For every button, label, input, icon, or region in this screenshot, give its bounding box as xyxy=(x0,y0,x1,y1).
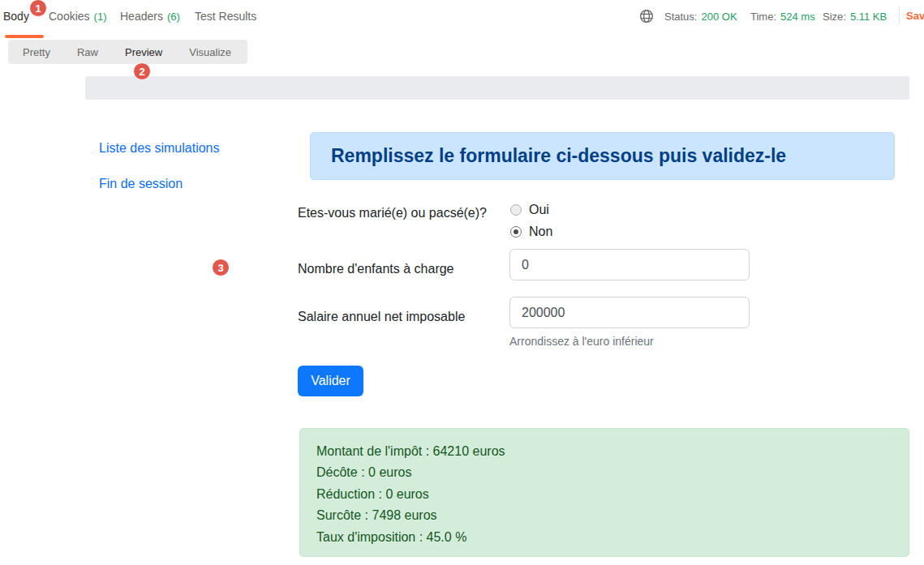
response-size: Size:5.11 KB xyxy=(823,11,887,23)
form-heading-banner: Remplissez le formulaire ci-dessous puis… xyxy=(310,132,895,180)
divider xyxy=(899,6,900,24)
tab-cookies-count: (1) xyxy=(94,11,107,23)
form-heading-text: Remplissez le formulaire ci-dessous puis… xyxy=(331,145,786,167)
response-status: Status:200 OK xyxy=(664,11,737,23)
preview-page-header-bar xyxy=(85,76,909,100)
valider-button[interactable]: Valider xyxy=(298,366,363,396)
tab-headers-label: Headers xyxy=(120,10,163,23)
link-liste-des-simulations[interactable]: Liste des simulations xyxy=(99,141,220,156)
tab-cookies[interactable]: Cookies(1) xyxy=(49,10,106,23)
view-tab-preview[interactable]: Preview xyxy=(125,46,162,58)
view-tab-raw[interactable]: Raw xyxy=(77,46,98,58)
result-line-montant: Montant de l'impôt : 64210 euros xyxy=(316,441,892,462)
tab-cookies-label: Cookies xyxy=(49,10,90,23)
size-label: Size: xyxy=(823,11,846,23)
children-count-label: Nombre d'enfants à charge xyxy=(298,258,501,280)
postman-response-panel: Body Cookies(1) Headers(6) Test Results … xyxy=(0,0,924,565)
response-time: Time:524 ms xyxy=(750,11,815,23)
time-label: Time: xyxy=(750,11,776,23)
tab-headers[interactable]: Headers(6) xyxy=(120,10,180,23)
annotation-badge-2: 2 xyxy=(133,62,151,80)
body-view-tab-bar: Pretty Raw Preview Visualize xyxy=(8,40,247,64)
salary-label: Salaire annuel net imposable xyxy=(298,306,501,327)
response-tab-bar: Body Cookies(1) Headers(6) Test Results … xyxy=(0,0,924,36)
tab-body-label: Body xyxy=(3,10,29,23)
view-tab-visualize[interactable]: Visualize xyxy=(189,46,231,58)
tab-test-results[interactable]: Test Results xyxy=(195,10,256,23)
radio-oui-label: Oui xyxy=(529,203,549,217)
salary-input[interactable] xyxy=(509,297,750,328)
radio-oui-circle-icon[interactable] xyxy=(510,204,522,216)
globe-icon[interactable] xyxy=(639,9,654,24)
status-value[interactable]: 200 OK xyxy=(701,11,737,23)
tax-results-box: Montant de l'impôt : 64210 euros Décôte … xyxy=(299,428,909,557)
radio-non[interactable]: Non xyxy=(510,225,552,239)
view-tab-pretty[interactable]: Pretty xyxy=(23,46,50,58)
link-fin-de-session[interactable]: Fin de session xyxy=(99,177,183,191)
tab-headers-count: (6) xyxy=(167,11,180,23)
radio-non-label: Non xyxy=(529,225,552,239)
result-line-decote: Décôte : 0 euros xyxy=(316,462,892,483)
radio-non-circle-icon[interactable] xyxy=(510,226,522,238)
annotation-badge-3: 3 xyxy=(212,259,230,276)
salary-help-text: Arrondissez à l'euro inférieur xyxy=(509,335,654,348)
status-label: Status: xyxy=(664,11,697,23)
active-tab-underline xyxy=(5,35,44,38)
annotation-badge-1: 1 xyxy=(29,0,47,17)
size-value[interactable]: 5.11 KB xyxy=(850,11,887,23)
children-count-input[interactable] xyxy=(509,249,750,280)
save-response-button[interactable]: Sav xyxy=(906,10,924,22)
marital-status-label: Etes-vous marié(e) ou pacsé(e)? xyxy=(298,202,501,224)
radio-oui[interactable]: Oui xyxy=(510,203,549,217)
result-line-taux: Taux d'imposition : 45.0 % xyxy=(316,527,892,548)
time-value[interactable]: 524 ms xyxy=(780,11,815,23)
result-line-reduction: Réduction : 0 euros xyxy=(316,484,892,505)
tab-body[interactable]: Body xyxy=(3,10,29,23)
result-line-surcote: Surcôte : 7498 euros xyxy=(316,505,892,526)
tab-test-results-label: Test Results xyxy=(195,10,256,23)
